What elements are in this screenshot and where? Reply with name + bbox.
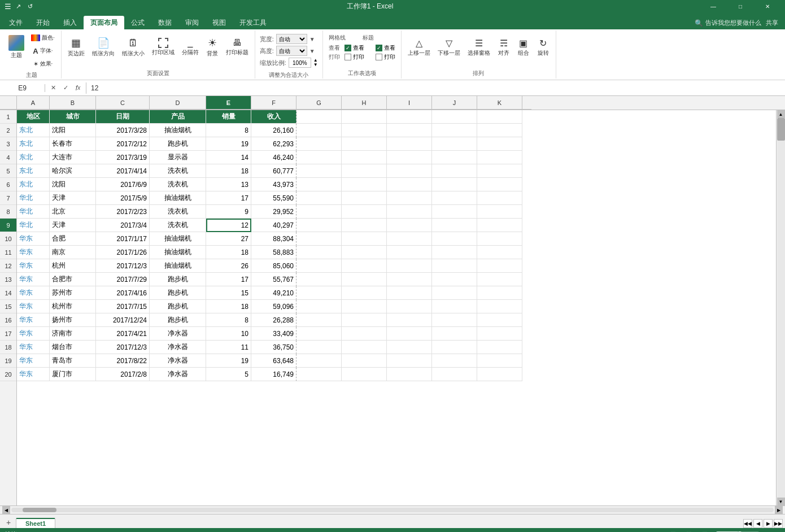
- height-select[interactable]: 自动: [276, 46, 307, 56]
- cell-b16[interactable]: 扬州市: [50, 313, 96, 327]
- cell-c7[interactable]: 2017/5/9: [96, 191, 150, 205]
- cell-a19[interactable]: 华东: [17, 354, 50, 368]
- cell-g6[interactable]: [296, 178, 342, 191]
- rotate-btn[interactable]: ↻ 旋转: [534, 32, 552, 63]
- cell-b10[interactable]: 合肥: [50, 232, 96, 246]
- cell-i3[interactable]: [387, 137, 432, 151]
- row-header-13[interactable]: 13: [0, 273, 16, 286]
- cell-c14[interactable]: 2017/4/16: [96, 286, 150, 300]
- row-header-16[interactable]: 16: [0, 313, 16, 327]
- cell-f19[interactable]: 63,648: [251, 354, 296, 368]
- cell-d8[interactable]: 洗衣机: [150, 205, 206, 219]
- cell-e5[interactable]: 18: [206, 164, 251, 178]
- window-controls[interactable]: — □ ✕: [700, 0, 780, 12]
- cell-d12[interactable]: 抽油烟机: [150, 259, 206, 273]
- insert-function-btn[interactable]: fx: [72, 82, 84, 94]
- row-header-11[interactable]: 11: [0, 246, 16, 259]
- cell-d7[interactable]: 抽油烟机: [150, 191, 206, 205]
- cell-k13[interactable]: [477, 273, 522, 286]
- cell-g18[interactable]: [296, 341, 342, 354]
- cell-f3[interactable]: 62,293: [251, 137, 296, 151]
- cell-k11[interactable]: [477, 246, 522, 259]
- cancel-formula-btn[interactable]: ✕: [47, 82, 59, 94]
- cell-e19[interactable]: 19: [206, 354, 251, 368]
- cell-h19[interactable]: [342, 354, 387, 368]
- cell-d1[interactable]: 产品: [150, 110, 206, 124]
- cell-k9[interactable]: [477, 219, 522, 232]
- cell-g12[interactable]: [296, 259, 342, 273]
- cell-i2[interactable]: [387, 124, 432, 137]
- share-btn[interactable]: 共享: [766, 19, 785, 29]
- cell-j18[interactable]: [432, 341, 477, 354]
- cell-j16[interactable]: [432, 313, 477, 327]
- headings-print-box[interactable]: [376, 54, 382, 60]
- corner-cell[interactable]: [0, 96, 17, 110]
- col-header-i[interactable]: I: [387, 96, 432, 110]
- cell-k10[interactable]: [477, 232, 522, 246]
- cell-k12[interactable]: [477, 259, 522, 273]
- cell-f7[interactable]: 55,590: [251, 191, 296, 205]
- cell-c19[interactable]: 2017/8/22: [96, 354, 150, 368]
- cell-d18[interactable]: 净水器: [150, 341, 206, 354]
- col-header-h[interactable]: H: [342, 96, 387, 110]
- cell-h9[interactable]: [342, 219, 387, 232]
- cell-i10[interactable]: [387, 232, 432, 246]
- cell-b3[interactable]: 长春市: [50, 137, 96, 151]
- cell-j11[interactable]: [432, 246, 477, 259]
- cell-f14[interactable]: 49,210: [251, 286, 296, 300]
- scroll-thumb-v[interactable]: [777, 118, 785, 141]
- cell-e7[interactable]: 17: [206, 191, 251, 205]
- cell-k5[interactable]: [477, 164, 522, 178]
- cell-f11[interactable]: 58,883: [251, 246, 296, 259]
- cell-d19[interactable]: 净水器: [150, 354, 206, 368]
- tab-home[interactable]: 开始: [29, 16, 56, 29]
- cell-a14[interactable]: 华东: [17, 286, 50, 300]
- cell-c1[interactable]: 日期: [96, 110, 150, 124]
- cell-a10[interactable]: 华东: [17, 232, 50, 246]
- cell-h17[interactable]: [342, 327, 387, 341]
- cell-i8[interactable]: [387, 205, 432, 219]
- sheet-nav-first[interactable]: ◀◀: [743, 519, 752, 528]
- cell-k16[interactable]: [477, 313, 522, 327]
- cell-a8[interactable]: 华北: [17, 205, 50, 219]
- cell-b4[interactable]: 大连市: [50, 151, 96, 164]
- cell-j3[interactable]: [432, 137, 477, 151]
- cell-g10[interactable]: [296, 232, 342, 246]
- cell-c4[interactable]: 2017/3/19: [96, 151, 150, 164]
- cell-b7[interactable]: 天津: [50, 191, 96, 205]
- cell-c18[interactable]: 2017/12/3: [96, 341, 150, 354]
- cell-i16[interactable]: [387, 313, 432, 327]
- cell-a11[interactable]: 华东: [17, 246, 50, 259]
- cell-j5[interactable]: [432, 164, 477, 178]
- cell-c8[interactable]: 2017/2/23: [96, 205, 150, 219]
- cell-h12[interactable]: [342, 259, 387, 273]
- cell-a1[interactable]: 地区: [17, 110, 50, 124]
- cell-j20[interactable]: [432, 368, 477, 381]
- cell-j7[interactable]: [432, 191, 477, 205]
- scroll-left-btn[interactable]: ◀: [2, 506, 10, 514]
- normal-view-btn[interactable]: ☰: [668, 530, 679, 532]
- row-header-9[interactable]: 9: [0, 219, 16, 232]
- scroll-down-btn[interactable]: ▼: [777, 498, 785, 505]
- scale-input[interactable]: [289, 58, 311, 68]
- sheet-nav-next[interactable]: ▶: [764, 519, 773, 528]
- cell-j12[interactable]: [432, 259, 477, 273]
- cell-b1[interactable]: 城市: [50, 110, 96, 124]
- cell-e4[interactable]: 14: [206, 151, 251, 164]
- cell-e9[interactable]: 12: [206, 219, 251, 232]
- confirm-formula-btn[interactable]: ✓: [60, 82, 71, 94]
- cell-i11[interactable]: [387, 246, 432, 259]
- cell-b19[interactable]: 青岛市: [50, 354, 96, 368]
- print-titles-btn[interactable]: 🖶 打印标题: [223, 32, 251, 63]
- tab-page-layout[interactable]: 页面布局: [84, 16, 124, 29]
- cell-f13[interactable]: 55,767: [251, 273, 296, 286]
- cell-a2[interactable]: 东北: [17, 124, 50, 137]
- cell-a17[interactable]: 华东: [17, 327, 50, 341]
- cell-k8[interactable]: [477, 205, 522, 219]
- cell-c3[interactable]: 2017/2/12: [96, 137, 150, 151]
- cell-i19[interactable]: [387, 354, 432, 368]
- tab-file[interactable]: 文件: [2, 16, 29, 29]
- cell-j13[interactable]: [432, 273, 477, 286]
- cell-e13[interactable]: 17: [206, 273, 251, 286]
- print-area-btn[interactable]: 打印区域: [149, 32, 177, 63]
